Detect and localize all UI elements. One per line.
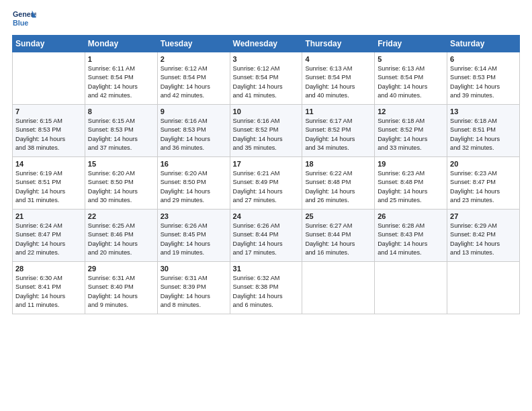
day-number: 25 <box>305 212 371 220</box>
day-number: 2 <box>161 55 227 63</box>
weekday-header-friday: Friday <box>375 36 447 52</box>
calendar-page: GeneralBlue SundayMondayTuesdayWednesday… <box>0 0 532 411</box>
day-number: 27 <box>450 212 517 220</box>
calendar-week-row: 7Sunrise: 6:15 AM Sunset: 8:53 PM Daylig… <box>13 105 520 157</box>
day-number: 17 <box>233 160 300 168</box>
cell-info: Sunrise: 6:16 AM Sunset: 8:53 PM Dayligh… <box>161 117 227 152</box>
calendar-cell: 30Sunrise: 6:31 AM Sunset: 8:39 PM Dayli… <box>157 262 230 314</box>
calendar-cell: 3Sunrise: 6:12 AM Sunset: 8:54 PM Daylig… <box>230 52 302 105</box>
calendar-cell <box>13 52 85 105</box>
calendar-cell: 19Sunrise: 6:23 AM Sunset: 8:48 PM Dayli… <box>375 157 447 210</box>
logo: GeneralBlue <box>12 7 36 31</box>
calendar-cell: 16Sunrise: 6:20 AM Sunset: 8:50 PM Dayli… <box>157 157 230 210</box>
day-number: 19 <box>378 160 444 168</box>
cell-info: Sunrise: 6:12 AM Sunset: 8:54 PM Dayligh… <box>161 64 227 100</box>
cell-info: Sunrise: 6:19 AM Sunset: 8:51 PM Dayligh… <box>15 169 82 205</box>
weekday-header-row: SundayMondayTuesdayWednesdayThursdayFrid… <box>13 36 520 52</box>
calendar-cell: 6Sunrise: 6:14 AM Sunset: 8:53 PM Daylig… <box>447 52 520 105</box>
day-number: 13 <box>450 107 517 116</box>
calendar-cell: 20Sunrise: 6:23 AM Sunset: 8:47 PM Dayli… <box>447 157 520 210</box>
day-number: 20 <box>450 160 517 168</box>
day-number: 26 <box>378 212 444 220</box>
calendar-week-row: 1Sunrise: 6:11 AM Sunset: 8:54 PM Daylig… <box>13 52 520 105</box>
calendar-cell: 14Sunrise: 6:19 AM Sunset: 8:51 PM Dayli… <box>13 157 85 210</box>
weekday-header-tuesday: Tuesday <box>157 36 230 52</box>
cell-info: Sunrise: 6:12 AM Sunset: 8:54 PM Dayligh… <box>233 64 300 100</box>
calendar-cell: 24Sunrise: 6:26 AM Sunset: 8:44 PM Dayli… <box>230 210 302 262</box>
header: GeneralBlue <box>12 7 520 31</box>
weekday-header-saturday: Saturday <box>447 36 520 52</box>
day-number: 9 <box>161 107 227 116</box>
weekday-header-thursday: Thursday <box>302 36 375 52</box>
cell-info: Sunrise: 6:18 AM Sunset: 8:51 PM Dayligh… <box>450 117 517 152</box>
calendar-cell: 22Sunrise: 6:25 AM Sunset: 8:46 PM Dayli… <box>85 210 157 262</box>
day-number: 5 <box>378 55 444 63</box>
cell-info: Sunrise: 6:15 AM Sunset: 8:53 PM Dayligh… <box>88 117 154 152</box>
calendar-cell: 17Sunrise: 6:21 AM Sunset: 8:49 PM Dayli… <box>230 157 302 210</box>
cell-info: Sunrise: 6:20 AM Sunset: 8:50 PM Dayligh… <box>88 169 154 205</box>
svg-text:Blue: Blue <box>13 19 28 27</box>
logo-icon: GeneralBlue <box>12 7 36 31</box>
calendar-cell: 21Sunrise: 6:24 AM Sunset: 8:47 PM Dayli… <box>13 210 85 262</box>
calendar-cell <box>375 262 447 314</box>
day-number: 30 <box>161 265 227 273</box>
day-number: 22 <box>88 212 154 220</box>
cell-info: Sunrise: 6:18 AM Sunset: 8:52 PM Dayligh… <box>378 117 444 152</box>
calendar-cell: 18Sunrise: 6:22 AM Sunset: 8:48 PM Dayli… <box>302 157 375 210</box>
day-number: 16 <box>161 160 227 168</box>
cell-info: Sunrise: 6:25 AM Sunset: 8:46 PM Dayligh… <box>88 222 154 257</box>
day-number: 4 <box>305 55 371 63</box>
day-number: 8 <box>88 107 154 116</box>
calendar-cell: 27Sunrise: 6:29 AM Sunset: 8:42 PM Dayli… <box>447 210 520 262</box>
calendar-cell: 8Sunrise: 6:15 AM Sunset: 8:53 PM Daylig… <box>85 105 157 157</box>
weekday-header-wednesday: Wednesday <box>230 36 302 52</box>
calendar-cell: 31Sunrise: 6:32 AM Sunset: 8:38 PM Dayli… <box>230 262 302 314</box>
calendar-week-row: 14Sunrise: 6:19 AM Sunset: 8:51 PM Dayli… <box>13 157 520 210</box>
cell-info: Sunrise: 6:23 AM Sunset: 8:47 PM Dayligh… <box>450 169 517 205</box>
cell-info: Sunrise: 6:23 AM Sunset: 8:48 PM Dayligh… <box>378 169 444 205</box>
calendar-week-row: 28Sunrise: 6:30 AM Sunset: 8:41 PM Dayli… <box>13 262 520 314</box>
calendar-cell: 15Sunrise: 6:20 AM Sunset: 8:50 PM Dayli… <box>85 157 157 210</box>
cell-info: Sunrise: 6:22 AM Sunset: 8:48 PM Dayligh… <box>305 169 371 205</box>
day-number: 1 <box>88 55 154 63</box>
cell-info: Sunrise: 6:13 AM Sunset: 8:54 PM Dayligh… <box>378 64 444 100</box>
cell-info: Sunrise: 6:31 AM Sunset: 8:39 PM Dayligh… <box>161 274 227 310</box>
calendar-cell: 1Sunrise: 6:11 AM Sunset: 8:54 PM Daylig… <box>85 52 157 105</box>
cell-info: Sunrise: 6:15 AM Sunset: 8:53 PM Dayligh… <box>15 117 82 152</box>
cell-info: Sunrise: 6:16 AM Sunset: 8:52 PM Dayligh… <box>233 117 300 152</box>
calendar-cell: 25Sunrise: 6:27 AM Sunset: 8:44 PM Dayli… <box>302 210 375 262</box>
day-number: 23 <box>161 212 227 220</box>
calendar-cell: 7Sunrise: 6:15 AM Sunset: 8:53 PM Daylig… <box>13 105 85 157</box>
cell-info: Sunrise: 6:28 AM Sunset: 8:43 PM Dayligh… <box>378 222 444 257</box>
day-number: 3 <box>233 55 300 63</box>
calendar-cell: 2Sunrise: 6:12 AM Sunset: 8:54 PM Daylig… <box>157 52 230 105</box>
day-number: 29 <box>88 265 154 273</box>
calendar-cell: 11Sunrise: 6:17 AM Sunset: 8:52 PM Dayli… <box>302 105 375 157</box>
day-number: 28 <box>15 265 82 273</box>
day-number: 12 <box>378 107 444 116</box>
day-number: 6 <box>450 55 517 63</box>
calendar-cell: 26Sunrise: 6:28 AM Sunset: 8:43 PM Dayli… <box>375 210 447 262</box>
day-number: 21 <box>15 212 82 220</box>
cell-info: Sunrise: 6:17 AM Sunset: 8:52 PM Dayligh… <box>305 117 371 152</box>
day-number: 31 <box>233 265 300 273</box>
calendar-cell: 23Sunrise: 6:26 AM Sunset: 8:45 PM Dayli… <box>157 210 230 262</box>
cell-info: Sunrise: 6:20 AM Sunset: 8:50 PM Dayligh… <box>161 169 227 205</box>
cell-info: Sunrise: 6:29 AM Sunset: 8:42 PM Dayligh… <box>450 222 517 257</box>
day-number: 7 <box>15 107 82 116</box>
cell-info: Sunrise: 6:26 AM Sunset: 8:44 PM Dayligh… <box>233 222 300 257</box>
cell-info: Sunrise: 6:26 AM Sunset: 8:45 PM Dayligh… <box>161 222 227 257</box>
calendar-cell <box>302 262 375 314</box>
calendar-cell: 12Sunrise: 6:18 AM Sunset: 8:52 PM Dayli… <box>375 105 447 157</box>
cell-info: Sunrise: 6:30 AM Sunset: 8:41 PM Dayligh… <box>15 274 82 310</box>
cell-info: Sunrise: 6:13 AM Sunset: 8:54 PM Dayligh… <box>305 64 371 100</box>
calendar-cell <box>447 262 520 314</box>
cell-info: Sunrise: 6:32 AM Sunset: 8:38 PM Dayligh… <box>233 274 300 310</box>
cell-info: Sunrise: 6:31 AM Sunset: 8:40 PM Dayligh… <box>88 274 154 310</box>
calendar-cell: 10Sunrise: 6:16 AM Sunset: 8:52 PM Dayli… <box>230 105 302 157</box>
calendar-week-row: 21Sunrise: 6:24 AM Sunset: 8:47 PM Dayli… <box>13 210 520 262</box>
calendar-cell: 29Sunrise: 6:31 AM Sunset: 8:40 PM Dayli… <box>85 262 157 314</box>
cell-info: Sunrise: 6:14 AM Sunset: 8:53 PM Dayligh… <box>450 64 517 100</box>
calendar-table: SundayMondayTuesdayWednesdayThursdayFrid… <box>12 35 520 314</box>
day-number: 11 <box>305 107 371 116</box>
